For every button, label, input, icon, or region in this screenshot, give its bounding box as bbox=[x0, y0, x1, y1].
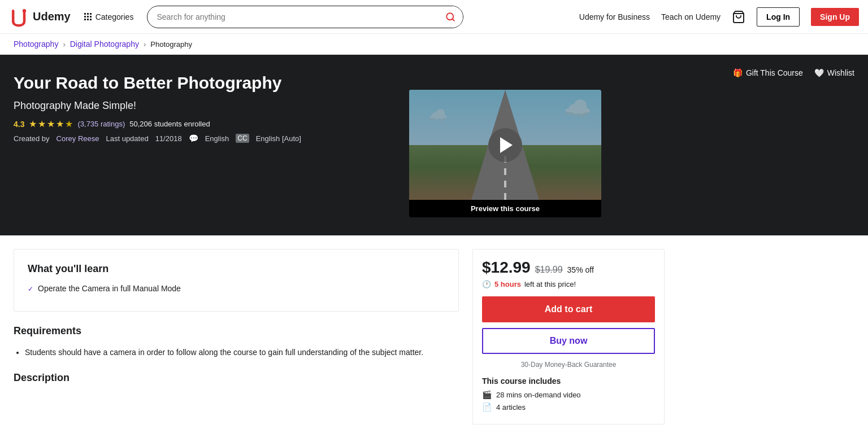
search-input[interactable] bbox=[147, 12, 438, 21]
original-price: $19.99 bbox=[535, 265, 563, 275]
learn-title: What you'll learn bbox=[28, 263, 445, 275]
cart-icon[interactable] bbox=[732, 10, 745, 24]
video-preview-card[interactable]: ☁️ ☁️ Preview this course bbox=[409, 90, 601, 217]
course-title: Your Road to Better Photography bbox=[14, 73, 396, 93]
play-button[interactable] bbox=[488, 128, 522, 162]
gift-icon: 🎁 bbox=[733, 68, 743, 77]
stars: ★ ★ ★ ★ ★ bbox=[29, 119, 73, 129]
breadcrumb-sep-1: › bbox=[63, 40, 65, 49]
last-updated-label: Last updated bbox=[106, 134, 148, 143]
video-icon: 🎬 bbox=[482, 390, 492, 399]
captions-label: English [Auto] bbox=[256, 134, 301, 143]
logo[interactable]: Udemy bbox=[9, 7, 71, 27]
created-by-label: Created by bbox=[14, 134, 50, 143]
categories-button[interactable]: Categories bbox=[77, 8, 141, 26]
timer-text: left at this price! bbox=[524, 280, 576, 288]
star-2: ★ bbox=[38, 119, 46, 129]
learn-item-text: Operate the Camera in full Manual Mode bbox=[38, 284, 181, 293]
buy-now-button[interactable]: Buy now bbox=[482, 328, 655, 354]
include-video: 🎬 28 mins on-demand video bbox=[482, 390, 655, 399]
star-5-half: ★ bbox=[65, 119, 73, 129]
logo-text: Udemy bbox=[33, 10, 71, 23]
student-count: 50,206 students enrolled bbox=[129, 120, 210, 128]
pricing-sidebar: $12.99 $19.99 35% off 🕐 5 hours left at … bbox=[472, 249, 665, 425]
gift-course-button[interactable]: 🎁 Gift This Course bbox=[733, 68, 803, 77]
main-content: What you'll learn ✓ Operate the Camera i… bbox=[0, 235, 678, 438]
requirements-title: Requirements bbox=[14, 325, 459, 337]
wishlist-button[interactable]: 🤍 Wishlist bbox=[814, 68, 854, 77]
search-bar bbox=[147, 6, 463, 28]
hero-actions: 🎁 Gift This Course 🤍 Wishlist bbox=[733, 68, 854, 77]
svg-point-0 bbox=[23, 9, 26, 12]
pricing-area: $12.99 $19.99 35% off 🕐 5 hours left at … bbox=[473, 250, 664, 424]
language-icon: 💬 bbox=[189, 134, 198, 143]
breadcrumb-digital-photography[interactable]: Digital Photography bbox=[70, 40, 139, 49]
logo-icon bbox=[9, 7, 29, 27]
price-row: $12.99 $19.99 35% off bbox=[482, 259, 655, 277]
star-4: ★ bbox=[56, 119, 64, 129]
timer-row: 🕐 5 hours left at this price! bbox=[482, 280, 655, 288]
requirements-section: Requirements Students should have a came… bbox=[14, 325, 459, 358]
description-title: Description bbox=[14, 372, 459, 384]
captions-icon: CC bbox=[236, 134, 249, 143]
star-1: ★ bbox=[29, 119, 37, 129]
breadcrumb-current: Photography bbox=[150, 40, 192, 49]
preview-label[interactable]: Preview this course bbox=[409, 200, 601, 217]
learn-item: ✓ Operate the Camera in full Manual Mode bbox=[28, 284, 445, 293]
requirement-item: Students should have a camera in order t… bbox=[25, 346, 459, 358]
star-3: ★ bbox=[47, 119, 55, 129]
author-link[interactable]: Corey Reese bbox=[57, 134, 99, 143]
rating-count: (3,735 ratings) bbox=[77, 120, 125, 128]
nav-links: Udemy for Business Teach on Udemy Log In… bbox=[579, 7, 859, 27]
include-articles: 📄 4 articles bbox=[482, 402, 655, 412]
hero-content: Your Road to Better Photography Photogra… bbox=[14, 73, 409, 217]
search-icon bbox=[445, 12, 455, 22]
teach-link[interactable]: Teach on Udemy bbox=[661, 12, 721, 21]
check-icon: ✓ bbox=[28, 285, 33, 293]
learn-section: What you'll learn ✓ Operate the Camera i… bbox=[14, 249, 459, 312]
breadcrumb: Photography › Digital Photography › Phot… bbox=[0, 34, 868, 55]
play-overlay[interactable] bbox=[409, 90, 601, 200]
rating-number: 4.3 bbox=[14, 120, 24, 129]
rating-row: 4.3 ★ ★ ★ ★ ★ (3,735 ratings) 50,206 stu… bbox=[14, 119, 396, 129]
content-area: What you'll learn ✓ Operate the Camera i… bbox=[14, 249, 459, 425]
breadcrumb-sep-2: › bbox=[144, 40, 146, 49]
discount-label: 35% off bbox=[567, 265, 594, 274]
course-subtitle: Photography Made Simple! bbox=[14, 100, 396, 112]
article-icon: 📄 bbox=[482, 402, 492, 412]
search-button[interactable] bbox=[438, 6, 463, 28]
business-link[interactable]: Udemy for Business bbox=[579, 12, 650, 21]
add-to-cart-button[interactable]: Add to cart bbox=[482, 296, 655, 322]
navbar: Udemy Categories Udemy for Business Teac… bbox=[0, 0, 868, 34]
include-video-text: 28 mins on-demand video bbox=[496, 391, 581, 399]
hero-section: Your Road to Better Photography Photogra… bbox=[0, 55, 868, 235]
grid-icon bbox=[84, 13, 92, 21]
include-articles-text: 4 articles bbox=[496, 403, 526, 412]
timer-hours: 5 hours bbox=[494, 280, 521, 288]
breadcrumb-photography[interactable]: Photography bbox=[14, 40, 58, 49]
play-triangle-icon bbox=[500, 137, 513, 153]
requirements-list: Students should have a camera in order t… bbox=[14, 346, 459, 358]
last-updated-date: 11/2018 bbox=[155, 134, 182, 143]
video-thumbnail: ☁️ ☁️ bbox=[409, 90, 601, 200]
description-section: Description bbox=[14, 372, 459, 384]
heart-icon: 🤍 bbox=[814, 68, 824, 77]
login-button[interactable]: Log In bbox=[757, 7, 800, 27]
signup-button[interactable]: Sign Up bbox=[811, 8, 859, 26]
language-label: English bbox=[205, 134, 229, 143]
includes-title: This course includes bbox=[482, 377, 655, 386]
guarantee-text: 30-Day Money-Back Guarantee bbox=[482, 361, 655, 369]
meta-row: Created by Corey Reese Last updated 11/2… bbox=[14, 134, 396, 143]
timer-icon: 🕐 bbox=[482, 280, 491, 288]
current-price: $12.99 bbox=[482, 259, 531, 277]
